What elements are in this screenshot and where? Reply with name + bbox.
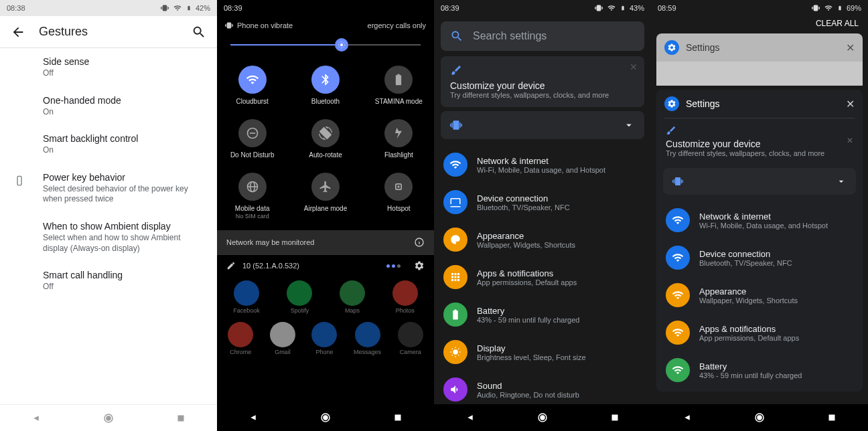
network-monitor-row[interactable]: Network may be monitored [217, 230, 434, 254]
back-icon[interactable] [11, 25, 25, 39]
vibrate-label: Phone on vibrate [237, 21, 293, 29]
settings-item[interactable]: Device connectionBluetooth, TV/Speaker, … [434, 183, 651, 221]
search-input[interactable]: Search settings [441, 21, 644, 51]
nav-home-icon[interactable] [753, 412, 766, 424]
settings-item[interactable]: DisplayBrightness level, Sleep, Font siz… [434, 333, 651, 371]
settings-item[interactable]: Network & internetWi-Fi, Mobile, Data us… [656, 201, 863, 239]
qs-tile-dnd[interactable]: Do Not Disturb [217, 114, 287, 165]
item-subtitle: Bluetooth, TV/Speaker, NFC [699, 259, 792, 267]
item-subtitle: Bluetooth, TV/Speaker, NFC [477, 203, 570, 211]
settings-item[interactable]: Battery43% - 59 min until fully charged [656, 351, 863, 389]
globe-icon [238, 173, 267, 201]
tile-label: Bluetooth [311, 98, 340, 106]
qs-tile-hotspot[interactable]: Hotspot [364, 167, 434, 225]
list-item[interactable]: Power key behaviorSelect desired behavio… [0, 164, 217, 213]
vibrate-row[interactable] [441, 111, 644, 139]
qs-tile-wifi[interactable]: Cloudburst [217, 60, 287, 111]
settings-item[interactable]: AppearanceWallpaper, Widgets, Shortcuts [434, 221, 651, 258]
list-item[interactable]: Smart call handlingOff [0, 262, 217, 300]
app-messages[interactable]: Messages [354, 322, 381, 355]
item-subtitle: 43% - 59 min until fully charged [477, 316, 579, 324]
qs-tile-plane[interactable]: Airplane mode [290, 167, 360, 225]
list-item[interactable]: Side senseOff [0, 48, 217, 87]
app-phone[interactable]: Phone [311, 322, 337, 355]
close-icon[interactable]: ✕ [630, 62, 638, 72]
app-chrome[interactable]: Chrome [228, 322, 253, 355]
list-item[interactable]: Smart backlight controlOn [0, 125, 217, 164]
list-item[interactable]: One-handed modeOn [0, 87, 217, 126]
svg-point-2 [106, 416, 111, 420]
search-icon[interactable] [192, 25, 206, 39]
nav-back-icon[interactable] [30, 412, 42, 424]
app-maps[interactable]: Maps [340, 280, 365, 314]
item-subtitle: On [43, 107, 206, 118]
customize-title: Customize your device [666, 139, 853, 149]
devices-icon [443, 190, 467, 214]
card-subtitle: Try different styles, wallpapers, clocks… [450, 91, 635, 99]
item-subtitle: 43% - 59 min until fully charged [699, 371, 802, 379]
edit-icon[interactable] [226, 261, 236, 270]
close-icon[interactable]: ✕ [846, 98, 855, 110]
nav-back-icon[interactable] [681, 412, 693, 424]
app-gmail[interactable]: Gmail [270, 322, 295, 355]
nav-recent-icon[interactable] [175, 412, 187, 424]
nav-recent-icon[interactable] [609, 412, 621, 424]
svg-point-20 [540, 416, 545, 420]
tile-label: Airplane mode [304, 205, 347, 213]
qs-tile-battery[interactable]: STAMINA mode [364, 60, 434, 111]
svg-point-11 [398, 185, 400, 187]
item-subtitle: Off [43, 68, 206, 79]
settings-item[interactable]: Apps & notificationsApp permissions, Def… [656, 314, 863, 351]
app-icon [340, 280, 365, 306]
qs-tile-flash[interactable]: Flashlight [364, 114, 434, 165]
item-title: Apps & notifications [477, 268, 577, 278]
nav-home-icon[interactable] [319, 412, 332, 424]
battery-icon [384, 66, 413, 94]
app-facebook[interactable]: Facebook [233, 280, 260, 314]
item-title: Smart call handling [43, 270, 206, 280]
qs-tile-bluetooth[interactable]: Bluetooth [290, 60, 360, 111]
list-item[interactable]: When to show Ambient displaySelect when … [0, 213, 217, 262]
nav-back-icon[interactable] [464, 412, 476, 424]
brightness-slider[interactable] [217, 35, 434, 55]
app-camera[interactable]: Camera [398, 322, 423, 355]
app-spotify[interactable]: Spotify [287, 280, 312, 314]
header: Gestures [0, 16, 217, 48]
app-label: Gmail [275, 349, 291, 355]
gestures-panel: 08:38 42% Gestures Side senseOffOne-hand… [0, 0, 217, 431]
wifi-icon [607, 4, 616, 12]
settings-item[interactable]: Apps & notificationsApp permissions, Def… [434, 258, 651, 296]
recent-card-2[interactable]: Settings ✕ ✕ Customize your device Try d… [656, 90, 863, 392]
card-title: Customize your device [450, 80, 635, 91]
settings-item[interactable]: AppearanceWallpaper, Widgets, Shortcuts [656, 276, 863, 314]
recents-panel: 08:59 69% CLEAR ALL Settings ✕ Settings … [651, 0, 868, 431]
clear-all-button[interactable]: CLEAR ALL [651, 16, 868, 31]
gear-icon[interactable] [414, 260, 425, 271]
brush-icon [666, 125, 676, 136]
nav-home-icon[interactable] [102, 412, 115, 424]
nav-recent-icon[interactable] [826, 412, 838, 424]
settings-item[interactable]: Network & internetWi-Fi, Mobile, Data us… [434, 146, 651, 183]
nav-back-icon[interactable] [247, 412, 259, 424]
app-icon [228, 322, 253, 347]
clock: 08:39 [441, 4, 459, 12]
settings-item[interactable]: Device connectionBluetooth, TV/Speaker, … [656, 239, 863, 276]
nav-bar [0, 404, 217, 431]
sound-icon [443, 377, 467, 402]
qs-tile-rotate[interactable]: Auto-rotate [290, 114, 360, 165]
tile-label: STAMINA mode [375, 98, 423, 106]
settings-item[interactable]: SoundAudio, Ringtone, Do not disturb [434, 371, 651, 408]
wifi-icon [443, 153, 467, 177]
recent-card-1[interactable]: Settings ✕ [656, 33, 863, 86]
search-placeholder: Search settings [473, 30, 547, 42]
settings-item[interactable]: Battery43% - 59 min until fully charged [434, 296, 651, 333]
item-subtitle: Select desired behavior of the power key… [43, 184, 206, 205]
customize-card[interactable]: ✕ Customize your device Try different st… [441, 56, 644, 107]
nav-recent-icon[interactable] [392, 412, 404, 424]
close-icon[interactable]: ✕ [846, 41, 855, 54]
qs-tile-globe[interactable]: Mobile dataNo SIM card [217, 167, 287, 225]
app-photos[interactable]: Photos [392, 280, 418, 314]
close-icon[interactable]: ✕ [847, 136, 853, 145]
nav-home-icon[interactable] [536, 412, 549, 424]
hotspot-icon [384, 173, 413, 201]
